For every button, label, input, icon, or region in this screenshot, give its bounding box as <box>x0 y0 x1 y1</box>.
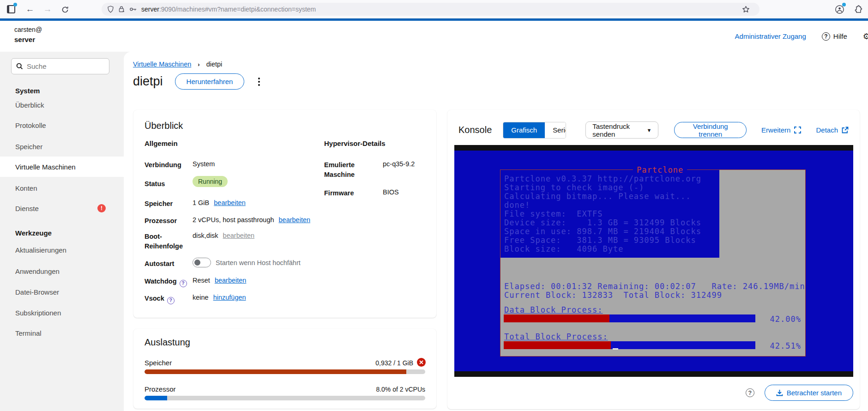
terminal-line: Starting to check image (-) <box>504 183 644 192</box>
download-icon <box>776 389 783 396</box>
back-icon[interactable]: ← <box>24 3 36 15</box>
session-menu[interactable]: ⚙ Sitzung <box>863 32 868 41</box>
sidebar-item-aktualisierungen[interactable]: Aktualisierungen <box>0 240 124 260</box>
terminal-current-block-line: Current Block: 132833 Total Block: 31249… <box>504 291 722 300</box>
connection-label: Verbindung <box>145 160 200 170</box>
watchdog-label: Watchdog? <box>145 277 200 287</box>
status-badge: Running <box>193 176 228 187</box>
sidebar-item-konten[interactable]: Konten <box>0 178 124 198</box>
detach-label: Detach <box>816 126 838 134</box>
status-label: Status <box>145 179 200 189</box>
console-header: Konsole Grafisch Seriell Tastendruck sen… <box>458 121 849 139</box>
cpu-edit-link[interactable]: bearbeiten <box>279 216 311 224</box>
viewer-help-icon[interactable]: ? <box>746 388 754 397</box>
masthead-actions: Administrativer Zugang ? Hilfe ⚙ Sitzung <box>735 21 868 52</box>
launch-viewer-button[interactable]: Betrachter starten <box>765 385 853 401</box>
sidebar-search[interactable] <box>11 58 109 74</box>
cpu-progressbar <box>145 396 425 400</box>
help-label: Hilfe <box>833 32 847 40</box>
sidebar-item-subskriptionen[interactable]: Subskriptionen <box>0 302 124 323</box>
memory-edit-link[interactable]: bearbeiten <box>214 199 246 206</box>
sidebar-item-anwendungen[interactable]: Anwendungen <box>0 261 124 281</box>
autostart-toggle[interactable] <box>193 258 211 267</box>
autostart-toggle-label: Starten wenn Host hochfährt <box>216 259 301 266</box>
search-input[interactable] <box>27 62 96 70</box>
host-name: server <box>14 36 42 43</box>
usage-memory-value: 0,932 / 1 GiB <box>375 359 413 367</box>
terminal-line: Partclone v0.3.37 http://partclone.org <box>504 175 701 183</box>
breadcrumb-chevron-icon: › <box>198 61 199 68</box>
watchdog-help-icon[interactable]: ? <box>180 280 187 287</box>
account-icon[interactable] <box>834 4 845 15</box>
console-type-toggle: Grafisch Seriell <box>503 122 566 139</box>
console-tab-graphical[interactable]: Grafisch <box>503 122 545 138</box>
general-header: Allgemein <box>145 139 178 147</box>
console-card: Konsole Grafisch Seriell Tastendruck sen… <box>447 110 860 409</box>
vm-title: dietpi <box>133 74 163 89</box>
terminal-line: Device size: 1.3 GB = 312499 Blocks <box>504 218 701 227</box>
memory-critical-icon <box>417 358 426 367</box>
gear-icon: ⚙ <box>863 32 868 41</box>
lock-warning-icon[interactable] <box>118 6 125 13</box>
sidebar-item-dienste[interactable]: Dienste ! <box>0 198 124 218</box>
terminal-line: done! <box>504 201 530 210</box>
connection-value: System <box>193 160 215 168</box>
total-block-progressbar <box>504 341 755 349</box>
overview-card: Überblick Allgemein Verbindung System St… <box>133 110 436 318</box>
vsock-label: Vsock? <box>145 294 200 304</box>
firefox-view-icon[interactable] <box>6 4 17 15</box>
expand-icon <box>794 127 801 133</box>
external-link-icon <box>842 127 849 133</box>
key-icon[interactable] <box>129 6 137 12</box>
forward-icon[interactable]: → <box>42 3 54 15</box>
machine-value: pc-q35-9.2 <box>383 160 415 168</box>
dienste-alert-badge: ! <box>97 204 106 212</box>
terminal-line: Space in use: 898.7 MB = 219404 Blocks <box>504 227 701 236</box>
main-panel: Virtuelle Maschinen › dietpi dietpi Heru… <box>124 52 868 411</box>
sidebar-item-terminal[interactable]: Terminal <box>0 323 124 343</box>
console-card-title: Konsole <box>458 125 492 135</box>
send-key-label: Tastendruck senden <box>592 122 641 138</box>
extensions-puzzle-icon[interactable] <box>852 4 862 14</box>
sidebar: System Überblick Protokolle Speicher Vir… <box>0 52 124 411</box>
reload-icon[interactable] <box>59 4 71 16</box>
cockpit-app: ← → server:9090/machines#vm?name=dietpi&… <box>0 0 868 411</box>
cpu-value: 2 vCPUs, host passthrough <box>193 216 274 224</box>
bookmark-star-icon[interactable] <box>742 6 750 13</box>
help-menu[interactable]: ? Hilfe <box>822 32 847 41</box>
detach-link[interactable]: Detach <box>816 126 849 134</box>
hypervisor-header: Hypervisor-Details <box>324 139 386 147</box>
shield-icon[interactable] <box>107 6 114 13</box>
sidebar-item-protokolle[interactable]: Protokolle <box>0 115 124 135</box>
admin-access-link[interactable]: Administrativer Zugang <box>735 32 806 40</box>
breadcrumb-vms-link[interactable]: Virtuelle Maschinen <box>133 60 191 68</box>
expand-link[interactable]: Erweitern <box>761 126 801 134</box>
usage-cpu-value: 8.0% of 2 vCPUs <box>376 386 425 393</box>
sidebar-item-speicher[interactable]: Speicher <box>0 136 124 157</box>
vnc-canvas[interactable]: Partclone Partclone v0.3.37 http://partc… <box>454 145 853 377</box>
usage-memory-label: Speicher <box>145 359 172 367</box>
url-bar[interactable]: server:9090/machines#vm?name=dietpi&conn… <box>102 3 760 16</box>
disconnect-button[interactable]: Verbindung trennen <box>674 122 747 138</box>
breadcrumb-current: dietpi <box>206 60 223 68</box>
boot-order-edit-link[interactable]: bearbeiten <box>223 232 255 239</box>
memory-progressbar <box>145 369 425 374</box>
sidebar-item-virtuelle-maschinen[interactable]: Virtuelle Maschinen <box>0 157 124 177</box>
data-block-percent: 42.00% <box>770 314 801 324</box>
vnc-screen: Partclone Partclone v0.3.37 http://partc… <box>454 151 853 371</box>
send-key-dropdown[interactable]: Tastendruck senden ▼ <box>585 121 658 139</box>
console-tab-serial[interactable]: Seriell <box>545 122 566 138</box>
memory-value: 1 GiB <box>193 199 209 206</box>
chevron-down-icon: ▼ <box>646 127 651 133</box>
usage-cpu-label: Prozessor <box>145 385 176 393</box>
sidebar-item-datei-browser[interactable]: Datei-Browser <box>0 282 124 302</box>
shutdown-button[interactable]: Herunterfahren <box>175 73 245 90</box>
browser-toolbar: ← → server:9090/machines#vm?name=dietpi&… <box>0 0 868 18</box>
boot-order-value: disk,disk <box>193 232 218 239</box>
sidebar-item-ueberblick[interactable]: Überblick <box>0 95 124 115</box>
watchdog-edit-link[interactable]: bearbeiten <box>215 277 247 284</box>
vsock-help-icon[interactable]: ? <box>167 297 175 304</box>
kebab-menu-icon[interactable] <box>256 76 262 88</box>
usage-card: Auslastung Speicher 0,932 / 1 GiB Prozes… <box>133 329 436 409</box>
vsock-add-link[interactable]: hinzufügen <box>213 294 246 301</box>
